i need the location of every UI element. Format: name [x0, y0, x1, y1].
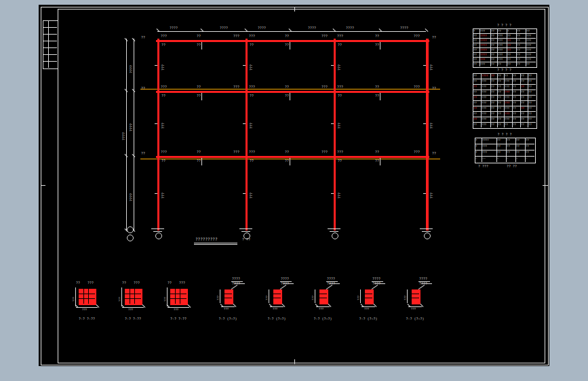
- schedule-table-1-cell-text: ????: [480, 54, 487, 56]
- column-line: [246, 39, 248, 230]
- column-annotation: ???: [338, 123, 341, 129]
- schedule-table-2-cell-text: ??: [513, 113, 516, 115]
- schedule-table-2-cell-text: ??: [513, 107, 516, 110]
- registration-mark-left: [41, 185, 45, 186]
- stirrup-leader-line: [290, 158, 290, 165]
- schedule-table-2-cell-text: ???: [482, 107, 486, 110]
- section-dim-text: ???: [119, 297, 121, 302]
- schedule-table-2-cell-text: ??: [473, 118, 477, 121]
- section-dim-line: [121, 287, 122, 306]
- column-annotation: ???: [430, 123, 433, 129]
- stirrup-leader-line: [380, 93, 380, 100]
- schedule-table-2-cell-text: ??: [473, 80, 477, 83]
- schedule-table-2-cell-text: ??: [528, 80, 532, 83]
- beam-bottom-annotation: ??: [285, 159, 289, 163]
- schedule-table-2-cell-text: ??: [521, 75, 524, 77]
- schedule-table-1-cell-text: ??: [491, 30, 494, 33]
- margin-table-line: [43, 61, 57, 62]
- schedule-table-1-cell-text: ??: [491, 39, 494, 42]
- schedule-table-2-cell-text: ??: [513, 96, 516, 99]
- schedule-table-1-cell-text: ????: [480, 44, 487, 47]
- schedule-table-1-cell-text: ??: [517, 58, 520, 61]
- section-label: ?-? (?~?): [404, 317, 427, 321]
- section-dim-text: ???: [357, 296, 360, 300]
- top-dimension-text: ????: [258, 26, 266, 30]
- beam-top-annotation: ??: [285, 35, 289, 38]
- elevation-bubble: [127, 226, 134, 233]
- drawing-title-underline: [194, 243, 237, 243]
- section-dim-text: ???: [404, 296, 407, 300]
- schedule-table-2-cell-text: ???: [482, 80, 486, 83]
- schedule-table-2-cell-text: ??: [491, 96, 494, 99]
- cad-viewport: ????????????????????????????????????????…: [0, 0, 588, 381]
- section-callout: ????: [419, 277, 427, 281]
- schedule-table-1-cell-text: ??: [491, 54, 494, 56]
- section-dim-text: ???: [312, 296, 315, 300]
- section-dim-text: ???: [266, 296, 269, 300]
- section-rect: [273, 289, 282, 304]
- schedule-table-2-cell-text: ???: [505, 113, 509, 115]
- schedule-table-1-cell-text: ???: [498, 54, 503, 56]
- schedule-table-1-cell-text: ??: [473, 35, 477, 37]
- footing-line: [151, 228, 164, 229]
- yellow-chord-line: [140, 89, 440, 89]
- beam-top-annotation: ???: [161, 151, 167, 154]
- schedule-table-1-cell-text: ???: [498, 44, 503, 47]
- section-rect: [224, 289, 233, 304]
- section-callout: ????: [281, 282, 289, 285]
- beam-top-annotation: ???: [414, 85, 420, 89]
- section-rebar-line: [170, 294, 187, 294]
- schedule-table-3-cell-text: —: [497, 157, 498, 160]
- footing-line: [420, 228, 433, 229]
- section-callout: ????: [327, 277, 335, 281]
- beam-top-annotation: ???: [321, 151, 328, 154]
- schedule-table-2-cell-text: ??: [473, 123, 477, 126]
- section-dim-line: [360, 289, 361, 303]
- schedule-table-3-cell-text: ????: [482, 139, 489, 142]
- schedule-table-3-cell-text: —: [475, 157, 477, 160]
- section-dim-line: [76, 307, 98, 308]
- schedule-table-2-cell-text: ??: [498, 75, 501, 77]
- column-annotation: ???: [250, 193, 253, 199]
- schedule-table-2-cell-text: ???: [505, 107, 509, 110]
- beam-bottom-annotation: ??: [250, 159, 254, 163]
- section-rebar-line: [175, 289, 176, 304]
- section-rebar-line: [125, 294, 141, 294]
- schedule-table-1-cell-text: ???: [526, 49, 531, 52]
- schedule-table-2-cell-text: ??: [528, 107, 532, 110]
- schedule-table-2-cell-text: ??: [498, 118, 501, 121]
- schedule-table-1-cell-text: ??: [517, 44, 520, 47]
- schedule-table-2-cell-text: ??: [528, 118, 532, 121]
- schedule-table-1-cell-text: ??: [498, 30, 501, 33]
- column-tick: [423, 65, 426, 66]
- drawing-sheet[interactable]: ????????????????????????????????????????…: [39, 5, 549, 366]
- top-dimension-text: ????: [170, 26, 178, 30]
- schedule-table-1-cell-text: ???: [526, 44, 531, 47]
- beam-top-annotation: ???: [233, 85, 239, 89]
- section-dim-text: ???: [273, 308, 277, 310]
- section-callout: ????: [327, 282, 335, 285]
- schedule-table-2-cell-text: ??: [498, 85, 501, 88]
- section-dim-text: ???: [217, 296, 220, 300]
- schedule-table-1-cell-text: ??: [491, 44, 494, 47]
- beam-top-annotation: ???: [414, 35, 420, 38]
- column-annotation: ???: [250, 64, 253, 70]
- section-dim-line: [315, 289, 315, 303]
- schedule-table-2-cell-text: ??: [498, 123, 501, 126]
- section-label: ?-? (?~?): [265, 317, 288, 321]
- beam-end-annotation: ??: [141, 36, 145, 39]
- column-annotation: ???: [161, 64, 165, 70]
- schedule-table-1-cell-text: ??: [517, 30, 520, 33]
- schedule-table-2-cell-text: ??: [521, 123, 524, 126]
- schedule-table-2-cell-text: ??: [498, 102, 501, 104]
- schedule-table-3-cell-text: ??: [516, 139, 520, 142]
- beam-top-annotation: ???: [337, 85, 343, 89]
- section-callout: ????: [372, 277, 380, 281]
- beam-top-annotation: ???: [249, 151, 255, 154]
- schedule-table-1-cell-text: ??: [507, 54, 511, 56]
- schedule-table-2-cell-text: ??: [505, 123, 508, 126]
- section-dim-line: [220, 289, 220, 303]
- section-dim-line: [168, 307, 189, 308]
- schedule-table-2-cell-text: ??: [491, 91, 494, 94]
- beam-top-annotation: ???: [233, 35, 239, 38]
